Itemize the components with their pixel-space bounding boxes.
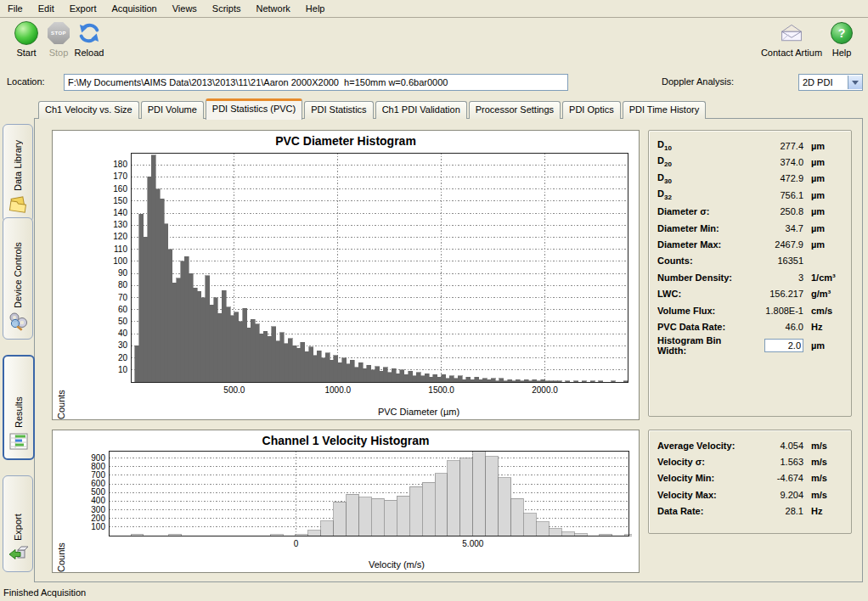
menu-item-network[interactable]: Network xyxy=(248,2,297,15)
status-bar: Finished Acquisition xyxy=(0,583,868,601)
sidebar-item-label: Device Controls xyxy=(13,223,23,308)
doppler-analysis-label: Doppler Analysis: xyxy=(662,76,734,87)
menu-item-file[interactable]: File xyxy=(0,2,31,15)
contact-artium-button[interactable]: Contact Artium xyxy=(754,21,829,58)
stat-unit: m/s xyxy=(803,490,843,500)
contact-artium-label: Contact Artium xyxy=(754,48,829,58)
stat-unit: cm/s xyxy=(803,306,843,316)
menu-item-views[interactable]: Views xyxy=(165,2,205,15)
stat-label: Velocity Max: xyxy=(657,490,749,500)
svg-text:80: 80 xyxy=(118,280,128,289)
stat-value: 374.0 xyxy=(749,157,803,167)
stat-unit: m/s xyxy=(803,441,843,451)
velocity-stat-row: Velocity Min:-4.674m/s xyxy=(657,470,843,486)
sidebar-item-label: Results xyxy=(14,362,24,428)
svg-text:600: 600 xyxy=(91,479,105,488)
tab-pdi-time-history[interactable]: PDI Time History xyxy=(623,101,707,119)
pvc-stat-row: D32756.1µm xyxy=(657,187,843,203)
sidebar-item-data-library[interactable]: Data Library xyxy=(3,124,33,222)
svg-text:200: 200 xyxy=(91,514,105,523)
menu-item-scripts[interactable]: Scripts xyxy=(205,2,249,15)
svg-text:500.0: 500.0 xyxy=(223,385,245,395)
x-axis-label: PVC Diameter (µm) xyxy=(53,407,712,417)
stat-unit: µm xyxy=(803,340,843,351)
tab-pdi-volume[interactable]: PDI Volume xyxy=(141,101,204,119)
stat-label: Diameter σ: xyxy=(657,206,749,216)
tab-bar: Ch1 Velocity vs. SizePDI VolumePDI Stati… xyxy=(38,99,706,119)
pvc-stat-row: LWC:156.217g/m³ xyxy=(657,286,843,302)
gears-icon xyxy=(8,312,28,334)
combo-dropdown-button[interactable] xyxy=(848,76,862,89)
pvc-stat-row: Number Density:31/cm³ xyxy=(657,269,843,285)
pvc-stat-row: Volume Flux:1.808E-1cm/s xyxy=(657,302,843,318)
stat-unit: µm xyxy=(803,223,843,233)
stat-value: 16351 xyxy=(749,256,803,266)
bar-chart-icon xyxy=(8,431,29,453)
stat-value: 250.8 xyxy=(749,206,803,216)
toolbar: Start STOP Stop Reload xyxy=(0,18,868,70)
menu-item-edit[interactable]: Edit xyxy=(31,2,62,15)
stat-unit: m/s xyxy=(803,457,843,467)
sidebar-item-export[interactable]: Export xyxy=(3,475,33,572)
stat-value: 277.4 xyxy=(749,141,803,151)
stat-unit: 1/cm³ xyxy=(803,272,843,283)
envelope-icon xyxy=(780,21,803,45)
stat-unit: m/s xyxy=(803,473,843,483)
help-button[interactable]: ? Help xyxy=(822,21,861,58)
stat-label: D30 xyxy=(657,172,749,185)
reload-button[interactable]: Reload xyxy=(66,21,112,58)
svg-text:140: 140 xyxy=(113,208,127,217)
pvc-stat-row: Diameter Min:34.7µm xyxy=(657,220,843,236)
tab-pdi-statistics[interactable]: PDI Statistics xyxy=(304,101,373,119)
menu-item-help[interactable]: Help xyxy=(298,2,333,15)
stat-value xyxy=(749,339,803,352)
sidebar-item-device-controls[interactable]: Device Controls xyxy=(3,217,33,340)
stat-label: Histogram Bin Width: xyxy=(657,335,749,356)
svg-text:70: 70 xyxy=(118,293,128,302)
menu-bar: FileEditExportAcquisitionViewsScriptsNet… xyxy=(0,0,868,18)
stat-label: D10 xyxy=(657,139,749,152)
pvc-diameter-histogram-panel: PVC Diameter Histogram Counts 1020304050… xyxy=(52,130,640,420)
svg-text:30: 30 xyxy=(118,340,128,350)
tab-pdi-optics[interactable]: PDI Optics xyxy=(562,101,621,119)
stat-value: 46.0 xyxy=(749,322,803,332)
start-icon xyxy=(14,21,38,45)
stat-value: 34.7 xyxy=(749,223,803,233)
svg-text:60: 60 xyxy=(118,305,128,314)
pvc-statistics-panel: D10277.4µmD20374.0µmD30472.9µmD32756.1µm… xyxy=(648,130,852,417)
tab-ch1-pdi-validation[interactable]: Ch1 PDI Validation xyxy=(375,101,467,119)
tab-ch1-velocity-vs-size[interactable]: Ch1 Velocity vs. Size xyxy=(38,101,139,119)
stat-unit: µm xyxy=(803,206,843,216)
tab-pdi-statistics-pvc[interactable]: PDI Statistics (PVC) xyxy=(206,98,302,120)
svg-text:1000.0: 1000.0 xyxy=(324,385,351,395)
svg-text:100: 100 xyxy=(91,522,105,531)
tab-processor-settings[interactable]: Processor Settings xyxy=(469,101,561,119)
menu-item-export[interactable]: Export xyxy=(62,2,104,15)
velocity-histogram-panel: Channel 1 Velocity Histogram Counts 1002… xyxy=(52,430,640,573)
stat-label: D32 xyxy=(657,188,749,201)
chevron-down-icon xyxy=(852,81,859,85)
doppler-analysis-select[interactable]: 2D PDI xyxy=(798,74,863,91)
sidebar-item-results[interactable]: Results xyxy=(3,355,35,460)
velocity-histogram-plot: 10020030040050060070080090005.000 xyxy=(58,447,632,551)
histogram-bin-width-input[interactable] xyxy=(764,339,803,352)
stat-unit: g/m³ xyxy=(803,289,843,299)
stat-value: 472.9 xyxy=(749,173,803,183)
stat-value: 1.563 xyxy=(749,457,803,467)
svg-text:2000.0: 2000.0 xyxy=(532,385,558,395)
svg-text:120: 120 xyxy=(113,232,127,241)
stat-unit: Hz xyxy=(803,506,843,516)
stat-label: Average Velocity: xyxy=(657,441,749,451)
menu-item-acquisition[interactable]: Acquisition xyxy=(104,2,165,15)
svg-text:160: 160 xyxy=(113,184,127,194)
location-input[interactable] xyxy=(64,74,568,91)
velocity-stat-row: Average Velocity:4.054m/s xyxy=(657,437,843,453)
pvc-stat-row: D20374.0µm xyxy=(657,154,843,170)
stat-label: Counts: xyxy=(657,256,749,266)
sidebar-item-label: Data Library xyxy=(13,130,23,191)
stat-label: Number Density: xyxy=(657,272,749,283)
stat-value: 2467.9 xyxy=(749,239,803,250)
svg-text:10: 10 xyxy=(118,365,128,374)
location-row: Location: Doppler Analysis: 2D PDI xyxy=(0,73,868,93)
pvc-stat-row: PVC Data Rate:46.0Hz xyxy=(657,318,843,334)
